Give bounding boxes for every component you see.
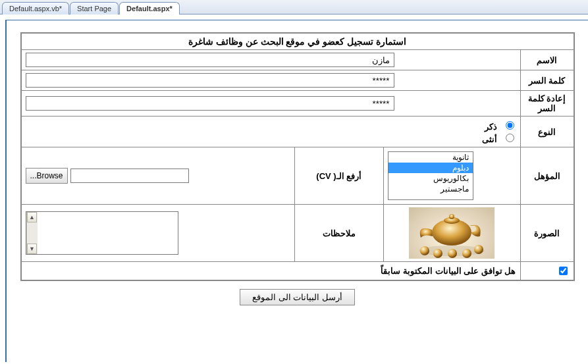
document-tabs: Default.aspx.vb* Start Page Default.aspx… [0, 0, 588, 14]
submit-button[interactable]: أرسل البيانات الى الموقع [240, 289, 355, 305]
scroll-up-icon[interactable]: ▲ [27, 212, 37, 222]
browse-button[interactable]: ...Browse [26, 168, 68, 184]
password-label: كلمة السر [520, 70, 574, 91]
file-upload: ...Browse [26, 168, 189, 184]
scrollbar[interactable]: ▲ ▼ [26, 212, 38, 254]
gender-label: النوع [520, 117, 574, 147]
repassword-input[interactable] [26, 96, 394, 111]
image-preview [409, 207, 494, 259]
agree-label: هل توافق على البيانات المكتوبة سابقاً [21, 262, 520, 280]
scroll-down-icon[interactable]: ▼ [27, 244, 37, 254]
design-surface: استمارة تسجيل كعضو في موقع البحث عن وظائ… [5, 20, 588, 362]
password-input[interactable] [26, 73, 394, 88]
list-item[interactable]: بكالوريوس [388, 173, 473, 184]
name-input[interactable] [26, 53, 394, 67]
tab-startpage[interactable]: Start Page [70, 2, 119, 14]
gender-male-label: ذكر [485, 122, 497, 132]
list-item[interactable]: دبلوم [388, 163, 473, 173]
repassword-label: إعادة كلمة السر [520, 91, 574, 117]
list-item[interactable]: ثانوية [388, 152, 473, 163]
form-title: استمارة تسجيل كعضو في موقع البحث عن وظائ… [21, 34, 574, 50]
svg-point-3 [449, 214, 454, 219]
file-path-input[interactable] [70, 169, 189, 183]
tab-codebehind[interactable]: Default.aspx.vb* [2, 2, 69, 14]
notes-textarea-wrap: ▲ ▼ [26, 211, 178, 255]
list-item[interactable]: ماجستير [388, 184, 473, 194]
svg-point-4 [420, 246, 429, 255]
submit-row: أرسل البيانات الى الموقع [13, 281, 581, 313]
gender-female-label: أنثى [482, 134, 497, 144]
qualification-listbox[interactable]: ثانوية دبلوم بكالوريوس ماجستير [388, 151, 473, 200]
qualification-label: المؤهل [520, 147, 574, 205]
notes-textarea[interactable] [38, 212, 178, 254]
svg-point-6 [448, 249, 457, 258]
svg-point-7 [462, 249, 471, 258]
designer-window: Default.aspx.vb* Start Page Default.aspx… [0, 0, 588, 364]
gender-male-radio[interactable] [506, 121, 514, 130]
cv-label: أرفع الـ( CV) [294, 147, 383, 205]
registration-table: استمارة تسجيل كعضو في موقع البحث عن وظائ… [21, 33, 574, 280]
name-label: الاسم [520, 50, 574, 70]
tab-defaultaspx[interactable]: Default.aspx* [119, 2, 180, 14]
agree-checkbox[interactable] [559, 267, 568, 275]
form-container: استمارة تسجيل كعضو في موقع البحث عن وظائ… [20, 32, 575, 281]
image-label: الصورة [520, 205, 574, 262]
notes-label: ملاحظات [294, 205, 383, 262]
svg-point-8 [474, 245, 483, 254]
svg-point-5 [433, 249, 442, 258]
gender-female-radio[interactable] [506, 134, 514, 142]
